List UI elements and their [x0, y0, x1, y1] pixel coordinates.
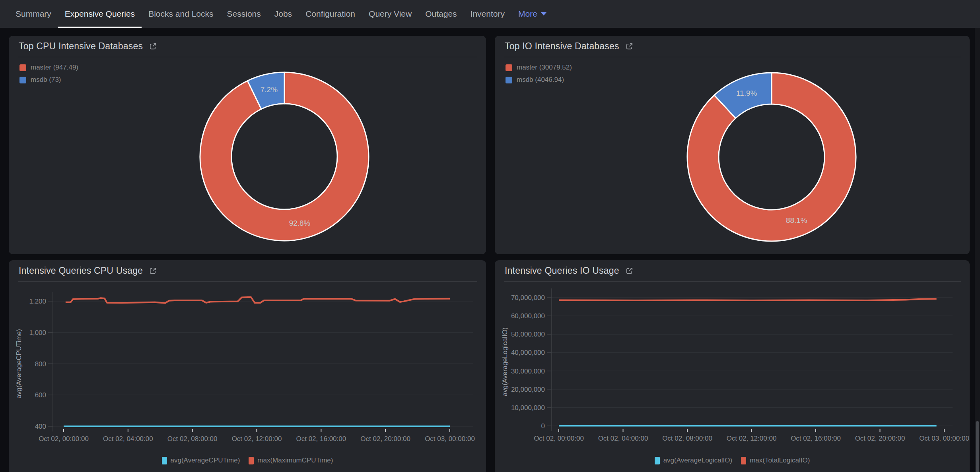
top-nav-bar: SummaryExpensive QueriesBlocks and Locks… [0, 0, 980, 28]
nav-tab-inventory[interactable]: Inventory [464, 0, 511, 28]
legend-label: max(TotalLogicalIO) [750, 457, 810, 464]
nav-tab-label: More [518, 9, 537, 19]
nav-tab-jobs[interactable]: Jobs [268, 0, 299, 28]
nav-tab-label: Blocks and Locks [148, 9, 213, 19]
svg-text:Oct 02, 08:00:00: Oct 02, 08:00:00 [662, 435, 712, 442]
legend-item[interactable]: avg(AverageCPUTime) [162, 457, 240, 464]
svg-text:Oct 02, 00:00:00: Oct 02, 00:00:00 [534, 435, 584, 442]
nav-tab-expensive-queries[interactable]: Expensive Queries [58, 0, 142, 28]
panel-io-usage: Intensive Queries IO Usage 010,000,00020… [495, 260, 970, 472]
svg-text:Oct 02, 16:00:00: Oct 02, 16:00:00 [791, 435, 841, 442]
legend-swatch [162, 457, 167, 464]
nav-tab-outages[interactable]: Outages [418, 0, 463, 28]
nav-tab-configuration[interactable]: Configuration [299, 0, 362, 28]
nav-tab-sessions[interactable]: Sessions [220, 0, 268, 28]
nav-tab-label: Jobs [274, 9, 292, 19]
nav-tab-blocks-and-locks[interactable]: Blocks and Locks [142, 0, 220, 28]
svg-text:11.9%: 11.9% [736, 89, 757, 97]
svg-text:50,000,000: 50,000,000 [511, 331, 545, 338]
svg-text:Oct 02, 08:00:00: Oct 02, 08:00:00 [167, 435, 218, 443]
svg-text:Oct 02, 20:00:00: Oct 02, 20:00:00 [855, 435, 905, 442]
svg-text:88.1%: 88.1% [786, 216, 807, 224]
svg-text:Oct 02, 04:00:00: Oct 02, 04:00:00 [598, 435, 648, 442]
legend-item[interactable]: max(MaximumCPUTime) [249, 457, 333, 464]
svg-text:avg(AverageLogicalIO): avg(AverageLogicalIO) [501, 327, 509, 397]
panel-top-cpu-databases: Top CPU Intensive Databases master (947.… [9, 36, 486, 254]
scrollbar-thumb[interactable] [976, 421, 979, 472]
io-donut-chart: 88.1%11.9% [495, 36, 970, 254]
nav-tab-label: Configuration [305, 9, 355, 19]
nav-tab-label: Expensive Queries [65, 9, 135, 19]
nav-tab-label: Inventory [471, 9, 505, 19]
dashboard-screen: SummaryExpensive QueriesBlocks and Locks… [0, 0, 980, 472]
svg-text:Oct 03, 00:00:00: Oct 03, 00:00:00 [425, 435, 475, 443]
svg-text:Oct 02, 12:00:00: Oct 02, 12:00:00 [232, 435, 282, 443]
cpu-usage-line-chart: 4006008001,0001,200avg(AverageCPUTime)Oc… [9, 260, 486, 472]
nav-tab-label: Sessions [227, 9, 261, 19]
svg-text:70,000,000: 70,000,000 [511, 294, 545, 302]
legend-swatch [249, 457, 254, 464]
nav-tab-label: Outages [425, 9, 457, 19]
svg-text:600: 600 [35, 391, 46, 399]
cpu-usage-legend: avg(AverageCPUTime)max(MaximumCPUTime) [9, 457, 486, 464]
svg-text:avg(AverageCPUTime): avg(AverageCPUTime) [15, 329, 23, 398]
svg-text:Oct 02, 00:00:00: Oct 02, 00:00:00 [39, 435, 89, 443]
svg-text:92.8%: 92.8% [289, 219, 311, 227]
svg-text:Oct 02, 12:00:00: Oct 02, 12:00:00 [727, 435, 777, 442]
io-usage-line-chart: 010,000,00020,000,00030,000,00040,000,00… [495, 260, 970, 472]
nav-tab-query-view[interactable]: Query View [362, 0, 418, 28]
nav-tab-label: Summary [16, 9, 51, 19]
svg-text:400: 400 [35, 423, 46, 430]
svg-text:Oct 02, 04:00:00: Oct 02, 04:00:00 [103, 435, 153, 443]
svg-text:60,000,000: 60,000,000 [511, 312, 545, 320]
legend-item[interactable]: max(TotalLogicalIO) [741, 457, 810, 464]
svg-text:0: 0 [541, 422, 545, 430]
svg-text:10,000,000: 10,000,000 [511, 404, 545, 412]
svg-text:Oct 03, 00:00:00: Oct 03, 00:00:00 [919, 435, 969, 442]
svg-text:7.2%: 7.2% [261, 85, 278, 94]
panel-cpu-usage: Intensive Queries CPU Usage 4006008001,0… [9, 260, 486, 472]
svg-text:1,000: 1,000 [29, 329, 46, 337]
panel-top-io-databases: Top IO Intensive Databases master (30079… [495, 36, 970, 254]
legend-label: avg(AverageCPUTime) [171, 457, 240, 464]
legend-swatch [655, 457, 660, 464]
legend-label: max(MaximumCPUTime) [257, 457, 333, 464]
svg-text:30,000,000: 30,000,000 [511, 368, 545, 375]
svg-text:20,000,000: 20,000,000 [511, 386, 545, 393]
chevron-down-icon [541, 12, 546, 15]
svg-text:Oct 02, 20:00:00: Oct 02, 20:00:00 [360, 435, 410, 443]
svg-text:40,000,000: 40,000,000 [511, 349, 545, 356]
nav-tab-label: Query View [369, 9, 412, 19]
nav-tab-summary[interactable]: Summary [9, 0, 58, 28]
nav-tab-more[interactable]: More [511, 0, 553, 28]
svg-text:Oct 02, 16:00:00: Oct 02, 16:00:00 [296, 435, 346, 443]
io-usage-legend: avg(AverageLogicalIO)max(TotalLogicalIO) [495, 457, 970, 464]
legend-swatch [741, 457, 746, 464]
svg-text:800: 800 [35, 360, 46, 368]
scrollbar-track[interactable] [975, 28, 980, 472]
legend-item[interactable]: avg(AverageLogicalIO) [655, 457, 733, 464]
svg-text:1,200: 1,200 [29, 298, 46, 305]
legend-label: avg(AverageLogicalIO) [663, 457, 733, 464]
cpu-donut-chart: 92.8%7.2% [9, 36, 486, 254]
